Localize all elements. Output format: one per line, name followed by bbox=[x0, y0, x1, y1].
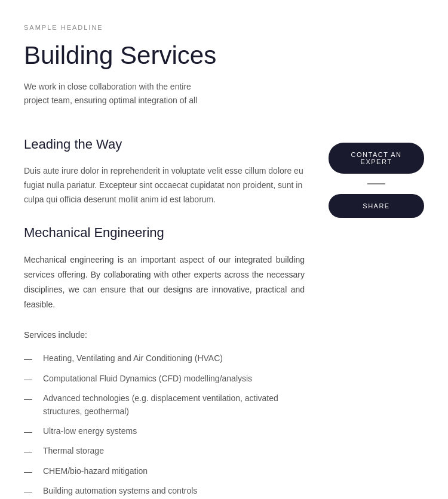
leading-heading: Leading the Way bbox=[24, 137, 305, 152]
share-button[interactable]: SHARE bbox=[329, 194, 424, 218]
contact-expert-button[interactable]: CONTACT AN EXPERT bbox=[329, 143, 424, 174]
list-item: — Computational Fluid Dynamics (CFD) mod… bbox=[24, 372, 305, 386]
list-dash-icon: — bbox=[24, 424, 33, 438]
list-dash-icon: — bbox=[24, 372, 33, 386]
list-item-text: Computational Fluid Dynamics (CFD) model… bbox=[43, 372, 305, 385]
mechanical-section: Mechanical Engineering Mechanical engine… bbox=[24, 225, 305, 499]
leading-body: Duis aute irure dolor in reprehenderit i… bbox=[24, 164, 305, 207]
list-item: — CHEM/bio-hazard mitigation bbox=[24, 464, 305, 478]
services-list: — Heating, Ventilating and Air Condition… bbox=[24, 352, 305, 499]
list-item: — Thermal storage bbox=[24, 444, 305, 458]
list-item-text: Heating, Ventilating and Air Conditionin… bbox=[43, 352, 305, 365]
sample-headline: SAMPLE HEADLINE bbox=[24, 24, 424, 31]
list-item-text: Thermal storage bbox=[43, 444, 305, 457]
subtitle-text: We work in close collaboration with the … bbox=[24, 80, 203, 107]
list-item: — Building automation systems and contro… bbox=[24, 484, 305, 498]
services-label: Services include: bbox=[24, 330, 305, 340]
page-title: Building Services bbox=[24, 41, 424, 70]
list-dash-icon: — bbox=[24, 464, 33, 478]
content-area: Leading the Way Duis aute irure dolor in… bbox=[24, 137, 424, 499]
list-dash-icon: — bbox=[24, 484, 33, 498]
list-item-text: Building automation systems and controls bbox=[43, 484, 305, 497]
main-content: Leading the Way Duis aute irure dolor in… bbox=[24, 137, 305, 499]
list-dash-icon: — bbox=[24, 352, 33, 365]
list-item: — Ultra-low energy systems bbox=[24, 424, 305, 438]
list-item-text: CHEM/bio-hazard mitigation bbox=[43, 464, 305, 478]
list-dash-icon: — bbox=[24, 444, 33, 458]
list-dash-icon: — bbox=[24, 392, 33, 405]
list-item-text: Ultra-low energy systems bbox=[43, 424, 305, 438]
sidebar-divider bbox=[367, 183, 385, 184]
mechanical-body: Mechanical engineering is an important a… bbox=[24, 252, 305, 313]
list-item-text: Advanced technologies (e.g. displacement… bbox=[43, 392, 305, 418]
list-item: — Heating, Ventilating and Air Condition… bbox=[24, 352, 305, 365]
mechanical-heading: Mechanical Engineering bbox=[24, 225, 305, 241]
sidebar: CONTACT AN EXPERT SHARE bbox=[329, 137, 424, 499]
list-item: — Advanced technologies (e.g. displaceme… bbox=[24, 392, 305, 418]
